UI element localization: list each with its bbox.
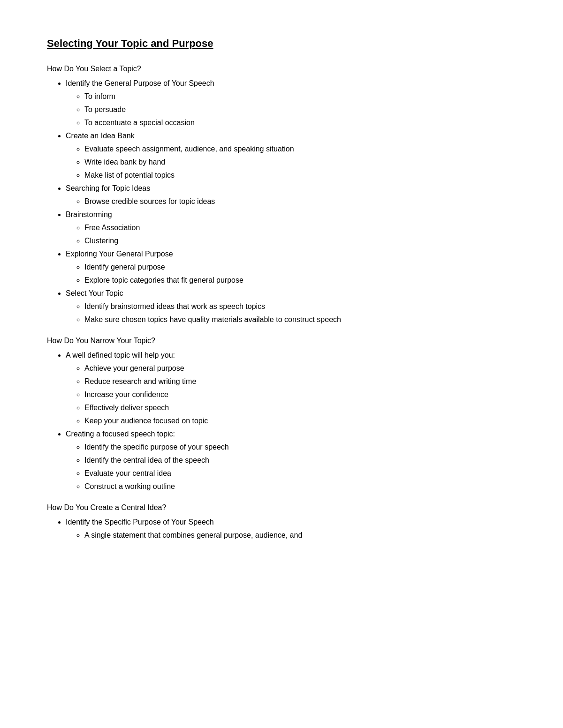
list-item: Increase your confidence	[84, 389, 516, 400]
list-item: Identify general purpose	[84, 262, 516, 273]
list-item: Achieve your general purpose	[84, 363, 516, 374]
list-item: Make list of potential topics	[84, 170, 516, 181]
list-item: To persuade	[84, 104, 516, 115]
list-item: Identify the Specific Purpose of Your Sp…	[66, 517, 516, 541]
list-item: Evaluate speech assignment, audience, an…	[84, 143, 516, 155]
list-item: Construct a working outline	[84, 481, 516, 492]
list-item: Select Your TopicIdentify brainstormed i…	[66, 288, 516, 325]
sections-container: How Do You Select a Topic?Identify the G…	[47, 65, 516, 541]
list-item: A single statement that combines general…	[84, 530, 516, 541]
list-item: To accentuate a special occasion	[84, 117, 516, 128]
page-title: Selecting Your Topic and Purpose	[47, 38, 516, 50]
list-item: BrainstormingFree AssociationClustering	[66, 209, 516, 247]
list-item: Explore topic categories that fit genera…	[84, 275, 516, 286]
list-item: Identify the central idea of the speech	[84, 455, 516, 466]
section-block-1: How Do You Narrow Your Topic?A well defi…	[47, 337, 516, 492]
list-item: Searching for Topic IdeasBrowse credible…	[66, 183, 516, 207]
list-item: Clustering	[84, 235, 516, 247]
list-item: Write idea bank by hand	[84, 157, 516, 168]
list-item: Identify brainstormed ideas that work as…	[84, 301, 516, 312]
list-item: Creating a focused speech topic:Identify…	[66, 428, 516, 492]
list-item: Create an Idea BankEvaluate speech assig…	[66, 130, 516, 181]
list-item: Keep your audience focused on topic	[84, 415, 516, 427]
level2-list-0-0: To informTo persuadeTo accentuate a spec…	[84, 91, 516, 128]
level2-list-2-0: A single statement that combines general…	[84, 530, 516, 541]
level2-list-0-5: Identify brainstormed ideas that work as…	[84, 301, 516, 325]
section-block-2: How Do You Create a Central Idea?Identif…	[47, 503, 516, 541]
section-heading-1: How Do You Narrow Your Topic?	[47, 337, 516, 345]
page-container: Selecting Your Topic and Purpose How Do …	[47, 38, 516, 541]
level2-list-1-1: Identify the specific purpose of your sp…	[84, 442, 516, 492]
section-heading-2: How Do You Create a Central Idea?	[47, 503, 516, 512]
section-block-0: How Do You Select a Topic?Identify the G…	[47, 65, 516, 325]
list-item: Browse credible sources for topic ideas	[84, 196, 516, 207]
level2-list-0-1: Evaluate speech assignment, audience, an…	[84, 143, 516, 181]
level1-list-2: Identify the Specific Purpose of Your Sp…	[66, 517, 516, 541]
level2-list-0-4: Identify general purposeExplore topic ca…	[84, 262, 516, 286]
list-item: Identify the General Purpose of Your Spe…	[66, 78, 516, 128]
list-item: Evaluate your central idea	[84, 468, 516, 479]
level2-list-0-3: Free AssociationClustering	[84, 222, 516, 247]
list-item: Free Association	[84, 222, 516, 233]
list-item: A well defined topic will help you:Achie…	[66, 350, 516, 427]
level1-list-1: A well defined topic will help you:Achie…	[66, 350, 516, 492]
list-item: Exploring Your General PurposeIdentify g…	[66, 248, 516, 286]
list-item: Identify the specific purpose of your sp…	[84, 442, 516, 453]
level2-list-1-0: Achieve your general purposeReduce resea…	[84, 363, 516, 427]
list-item: Effectively deliver speech	[84, 402, 516, 413]
list-item: Reduce research and writing time	[84, 376, 516, 387]
level1-list-0: Identify the General Purpose of Your Spe…	[66, 78, 516, 325]
list-item: Make sure chosen topics have quality mat…	[84, 314, 516, 325]
section-heading-0: How Do You Select a Topic?	[47, 65, 516, 73]
list-item: To inform	[84, 91, 516, 102]
level2-list-0-2: Browse credible sources for topic ideas	[84, 196, 516, 207]
